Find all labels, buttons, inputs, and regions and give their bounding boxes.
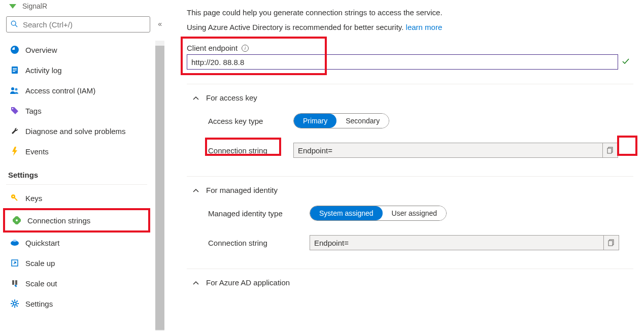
svg-rect-5	[13, 70, 17, 71]
sidebar-item-events[interactable]: Events	[6, 141, 150, 161]
divider	[187, 176, 633, 177]
activity-log-icon	[10, 66, 19, 74]
sidebar-item-settings[interactable]: Settings	[6, 293, 150, 314]
sidebar-item-scale-up[interactable]: Scale up	[6, 253, 150, 273]
chevron-up-icon	[193, 187, 199, 194]
sidebar-item-access-control[interactable]: Access control (IAM)	[6, 80, 150, 101]
search-row: «	[6, 16, 158, 32]
collapse-sidebar-icon[interactable]: «	[158, 20, 160, 28]
svg-line-25	[12, 301, 13, 302]
sidebar-item-diagnose[interactable]: Diagnose and solve problems	[6, 121, 150, 141]
client-endpoint-block: Client endpoint i	[187, 44, 644, 70]
expander-managed-identity[interactable]: For managed identity	[187, 183, 644, 202]
access-key-type-label: Access key type	[208, 117, 293, 125]
search-box[interactable]	[6, 16, 150, 32]
svg-line-28	[17, 301, 18, 302]
svg-rect-30	[607, 148, 612, 153]
svg-rect-19	[15, 280, 17, 285]
svg-marker-10	[12, 147, 17, 156]
connection-strings-icon	[12, 216, 21, 224]
sidebar-item-quickstart[interactable]: Quickstart	[6, 233, 150, 253]
sidebar: SignalR « Overview Activity log	[0, 0, 162, 331]
settings-gear-icon	[10, 300, 19, 308]
sidebar-item-label: Connection strings	[27, 216, 90, 225]
sidebar-item-label: Scale out	[25, 279, 57, 288]
svg-rect-18	[12, 280, 14, 285]
info-icon[interactable]: i	[242, 45, 249, 52]
client-endpoint-input[interactable]	[187, 54, 618, 70]
intro-line-1: This page could help you generate connec…	[187, 8, 644, 17]
svg-point-9	[12, 108, 13, 109]
copy-icon	[607, 147, 614, 154]
managed-identity-type-label: Managed identity type	[208, 209, 310, 218]
svg-line-2	[15, 25, 17, 27]
check-icon	[618, 57, 633, 67]
access-key-type-toggle[interactable]: Primary Secondary	[293, 113, 389, 128]
copy-button[interactable]	[604, 235, 619, 250]
managed-identity-type-toggle[interactable]: System assigned User assigned	[310, 206, 447, 221]
resource-title: SignalR	[22, 2, 47, 10]
sidebar-section-settings: Settings	[6, 161, 147, 185]
sidebar-item-label: Overview	[25, 46, 57, 54]
connection-string-value[interactable]: Endpoint=	[293, 143, 603, 158]
sidebar-item-keys[interactable]: Keys	[6, 188, 150, 208]
pill-primary[interactable]: Primary	[294, 114, 336, 128]
sidebar-item-label: Activity log	[25, 66, 62, 75]
svg-rect-13	[14, 197, 18, 201]
events-icon	[10, 147, 19, 156]
sidebar-item-scale-out[interactable]: Scale out	[6, 273, 150, 293]
sidebar-item-label: Quickstart	[25, 239, 60, 247]
highlight-connection-strings: Connection strings	[3, 208, 150, 233]
pill-system-assigned[interactable]: System assigned	[310, 206, 383, 220]
svg-marker-0	[9, 4, 16, 9]
expander-title: For managed identity	[206, 186, 278, 194]
sidebar-item-label: Diagnose and solve problems	[25, 127, 126, 136]
highlight-copy-button	[617, 136, 637, 156]
divider	[187, 269, 633, 269]
quickstart-icon	[10, 239, 19, 246]
svg-point-20	[13, 302, 16, 305]
access-key-type-row: Access key type Primary Secondary	[187, 109, 644, 133]
sidebar-item-connection-strings[interactable]: Connection strings	[8, 210, 145, 230]
client-endpoint-label-row: Client endpoint i	[187, 44, 644, 54]
sidebar-item-tags[interactable]: Tags	[6, 101, 150, 121]
pill-secondary[interactable]: Secondary	[336, 114, 389, 128]
divider	[187, 84, 633, 84]
connection-string-value[interactable]: Endpoint=	[310, 235, 604, 250]
search-icon	[11, 20, 18, 29]
learn-more-link[interactable]: learn more	[406, 23, 443, 31]
connection-string-label: Connection string	[208, 239, 310, 247]
sidebar-item-label: Tags	[25, 107, 42, 115]
resource-header: SignalR	[6, 0, 158, 14]
scale-up-icon	[10, 259, 19, 267]
pill-user-assigned[interactable]: User assigned	[383, 206, 447, 220]
svg-point-7	[11, 87, 14, 90]
svg-rect-4	[13, 68, 17, 69]
svg-line-26	[17, 306, 18, 307]
client-endpoint-input-row	[187, 54, 633, 70]
sidebar-item-label: Scale up	[25, 259, 55, 268]
diagnose-icon	[10, 127, 19, 135]
resource-chevron-icon	[8, 3, 17, 10]
sidebar-item-label: Keys	[25, 194, 42, 203]
sidebar-item-activity-log[interactable]: Activity log	[6, 60, 150, 80]
sidebar-item-label: Settings	[25, 300, 53, 308]
svg-line-27	[12, 306, 13, 307]
search-input[interactable]	[22, 20, 146, 29]
svg-point-1	[11, 21, 16, 25]
svg-rect-32	[608, 241, 613, 246]
expander-access-key[interactable]: For access key	[187, 90, 644, 109]
scale-out-icon	[10, 279, 19, 287]
svg-rect-6	[13, 71, 15, 72]
intro-text: Using Azure Active Directory is recommen…	[187, 23, 406, 31]
access-key-conn-row: Connection string Endpoint=	[187, 139, 644, 162]
client-endpoint-label: Client endpoint	[187, 44, 238, 52]
copy-button[interactable]	[603, 143, 618, 158]
copy-icon	[608, 239, 615, 246]
expander-aad[interactable]: For Azure AD application	[187, 275, 644, 294]
managed-identity-conn-row: Connection string Endpoint=	[187, 231, 644, 254]
expander-title: For access key	[206, 93, 257, 102]
intro-line-2: Using Azure Active Directory is recommen…	[187, 23, 644, 31]
access-control-icon	[10, 86, 19, 94]
sidebar-item-overview[interactable]: Overview	[6, 40, 150, 60]
